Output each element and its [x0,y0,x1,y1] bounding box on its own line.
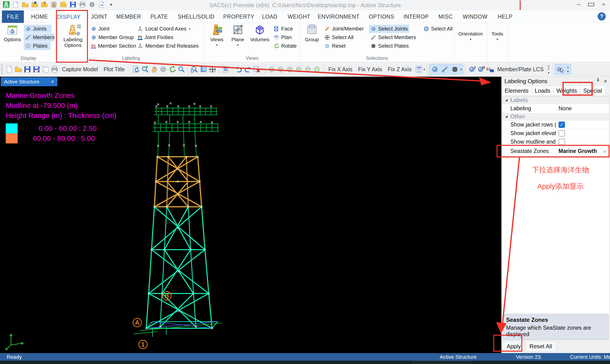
view-back-icon[interactable] [303,65,312,74]
pick-tool-group[interactable]: ∨▾ [555,64,571,75]
view-side-icon[interactable] [285,65,294,74]
plot-title-button[interactable]: Plot Title [104,66,125,73]
member-plate-lcs-button[interactable]: Member/Plate LCS [497,66,544,73]
apply-button[interactable]: Apply [503,341,525,351]
section-label-icon[interactable]: S1 [485,65,494,74]
copy-icon[interactable] [41,65,50,74]
select-plate-mode-icon[interactable] [450,65,459,74]
zoom-in-icon[interactable] [141,65,150,74]
lcs-expand-icon[interactable]: ∨∨▾ [547,65,550,74]
mudline-checkbox[interactable]: ✓ [558,139,565,145]
fix-x-axis-button[interactable]: Fix X Axis [328,66,352,73]
view-front-icon[interactable] [276,65,285,74]
pick-dropdown-icon[interactable]: ∨▾ [567,66,569,73]
member-end-releases-button[interactable]: Member End Releases [136,42,200,50]
plane-button[interactable]: Plane▾ [228,24,247,47]
panel-tab-elements[interactable]: Elements [502,86,532,95]
model-viewport[interactable]: Active Structure × [0,77,501,353]
select-member-mode-icon[interactable] [440,65,449,74]
jacket-rows-checkbox[interactable]: ✓ [558,121,565,128]
tab-help[interactable]: HELP [495,11,516,23]
annotation-dropdown-icon[interactable]: ▾ [423,67,425,71]
orbit-icon[interactable] [159,65,168,74]
new-document-icon[interactable] [5,65,14,74]
toolbar-grip[interactable] [1,64,3,75]
panel-tab-weights[interactable]: Weights [553,86,580,95]
labeling-value[interactable]: None [556,104,609,113]
view-top-icon[interactable] [294,65,303,74]
toggle-plates[interactable]: Plates [24,42,51,50]
tab-window[interactable]: WINDOW [460,11,490,23]
tab-shell-solid[interactable]: SHELL/SOLID [177,11,215,23]
tab-joint[interactable]: JOINT [90,11,109,23]
volume-select-icon[interactable] [199,65,208,74]
zoom-previous-icon[interactable] [177,65,186,74]
rotate-view-icon[interactable] [168,65,177,74]
pan-icon[interactable] [150,65,159,74]
minimize-button[interactable]: ─ [576,1,582,8]
panel-tab-loads[interactable]: Loads [532,86,553,95]
capture-model-button[interactable]: Capture Model [62,66,98,73]
reset-all-button[interactable]: Reset All [525,341,556,351]
group-button[interactable]: Group [302,24,322,42]
group-label-icon[interactable]: G [476,65,485,74]
select-all-globe-button[interactable]: Select All [422,25,454,33]
rotate-button[interactable]: Rotate [272,42,298,50]
select-all-button[interactable]: Select All [323,33,355,41]
tab-options[interactable]: OPTIONS [367,11,396,23]
panel-close-icon[interactable]: × [604,78,607,85]
delete-icon[interactable] [252,65,261,74]
annotation-style-icon[interactable] [414,65,423,74]
label-joint-button[interactable]: Joint [89,25,111,33]
undo-icon[interactable] [234,65,243,74]
selection-dropdown-icon[interactable]: ▾ [460,67,462,71]
joint-member-button[interactable]: Joint/Member [323,25,365,33]
reset-button[interactable]: Reset [323,42,347,50]
view-iso-icon[interactable] [267,65,276,74]
fix-y-axis-button[interactable]: Fix Y Axis [358,66,382,73]
tab-environment[interactable]: ENVIRONMENT [316,11,361,23]
tab-file[interactable]: FILE [2,11,24,23]
label-member-group-button[interactable]: Member Group [89,33,135,41]
save-as-icon[interactable] [32,65,41,74]
fix-z-axis-button[interactable]: Fix Z Axis [388,66,412,73]
redo-icon[interactable] [243,65,252,74]
zoom-window-icon[interactable] [190,65,199,74]
plan-button[interactable]: Plan [272,33,293,41]
volumes-button[interactable]: Volumes [249,24,270,42]
collapse-triangle-icon[interactable] [505,99,507,101]
delete-dropdown-icon[interactable]: ▾ [261,67,263,71]
close-button[interactable]: × [600,1,607,8]
select-joint-mode-icon[interactable] [430,65,439,74]
face-button[interactable]: Face [272,25,294,33]
joint-label-icon[interactable]: J [467,65,476,74]
tab-interop[interactable]: INTEROP [401,11,431,23]
toggle-members[interactable]: Members [24,33,54,41]
print-icon[interactable] [50,65,59,74]
pin-icon[interactable] [595,78,600,85]
tab-load[interactable]: LOAD [259,11,280,23]
seastate-dropdown-button[interactable] [601,147,609,155]
joint-fixities-button[interactable]: F1Joint Fixities [136,33,175,41]
tab-misc[interactable]: MISC [436,11,455,23]
tab-display[interactable]: DISPLAY [57,11,79,23]
tab-member[interactable]: MEMBER [116,11,139,23]
options-button[interactable]: Options [2,24,23,42]
jacket-elevations-checkbox[interactable]: ✓ [558,130,565,136]
pick-cursor-icon[interactable] [556,65,565,74]
panel-tab-special[interactable]: Special [580,86,605,95]
select-members-button[interactable]: Select Members [369,33,417,41]
display-options-icon[interactable] [221,65,230,74]
tab-plate[interactable]: PLATE [150,11,169,23]
help-icon[interactable]: ? [597,13,606,21]
maximize-button[interactable] [588,1,594,8]
views-button[interactable]: Views▾ [207,24,226,47]
toggle-joints[interactable]: Joints [24,25,52,33]
local-coord-axes-button[interactable]: Local Coord Axes▾ [136,25,192,33]
view-solid-icon[interactable] [312,65,322,74]
collapse-triangle-icon[interactable] [505,115,507,118]
tab-weight[interactable]: WEIGHT [285,11,313,23]
fit-view-icon[interactable] [208,65,217,74]
save-icon[interactable] [23,65,32,74]
labeling-options-button[interactable]: ==== Labeling Options [60,24,86,48]
